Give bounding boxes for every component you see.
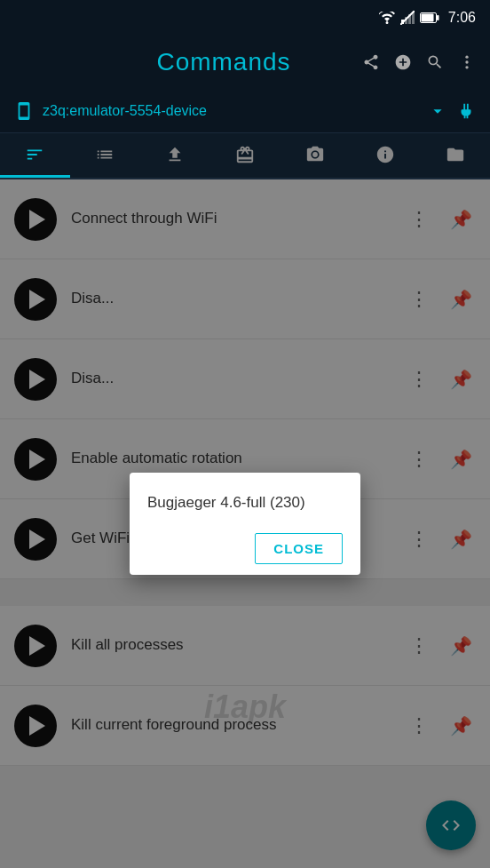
- search-icon[interactable]: [426, 53, 444, 71]
- add-icon[interactable]: [394, 53, 412, 71]
- tab-list[interactable]: [70, 133, 140, 178]
- share-icon[interactable]: [362, 53, 380, 71]
- list-area: Connect through WiFi ⋮ 📌 Disa... ⋮ 📌 Dis…: [0, 179, 490, 868]
- tab-folder[interactable]: [420, 133, 490, 178]
- tab-archive[interactable]: [210, 133, 281, 178]
- dialog-actions: CLOSE: [147, 533, 343, 564]
- status-bar: 7:06: [0, 0, 490, 36]
- tab-screenshot[interactable]: [280, 133, 350, 178]
- dialog: Bugjaeger 4.6-full (230) CLOSE: [130, 473, 360, 575]
- svg-rect-7: [421, 14, 433, 22]
- signal-icon: [400, 11, 415, 25]
- svg-point-8: [465, 56, 468, 59]
- tab-upload[interactable]: [140, 133, 210, 178]
- dialog-title: Bugjaeger 4.6-full (230): [147, 494, 343, 512]
- battery-icon: [420, 12, 439, 23]
- dialog-close-button[interactable]: CLOSE: [255, 533, 343, 564]
- device-bar: z3q:emulator-5554-device: [0, 89, 490, 133]
- app-header: Commands: [0, 36, 490, 89]
- header-actions: [362, 53, 476, 71]
- device-name: z3q:emulator-5554-device: [43, 103, 419, 119]
- svg-rect-6: [437, 15, 439, 20]
- dropdown-icon[interactable]: [428, 101, 447, 121]
- page-title: Commands: [85, 48, 362, 76]
- wifi-icon: [379, 12, 395, 24]
- modal-overlay: Bugjaeger 4.6-full (230) CLOSE: [0, 179, 490, 868]
- svg-point-9: [465, 60, 468, 63]
- more-vert-icon[interactable]: [458, 53, 476, 71]
- status-time: 7:06: [448, 10, 476, 26]
- tab-filter[interactable]: [0, 133, 70, 178]
- phone-icon: [14, 101, 34, 121]
- svg-point-11: [312, 152, 318, 157]
- status-icons: 7:06: [379, 10, 476, 26]
- plug-icon[interactable]: [456, 101, 476, 121]
- toolbar: [0, 133, 490, 179]
- svg-point-10: [465, 66, 468, 68]
- tab-info[interactable]: [350, 133, 420, 178]
